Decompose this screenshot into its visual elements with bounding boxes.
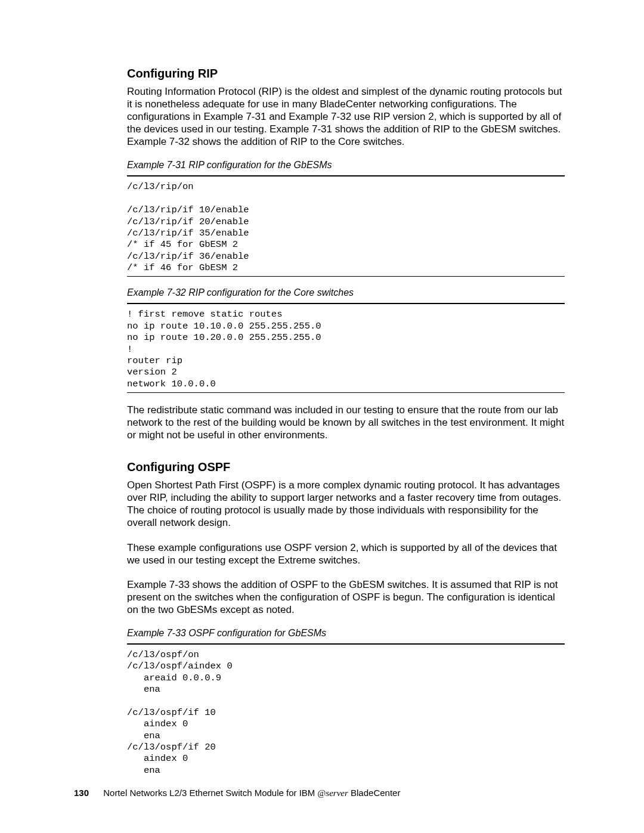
code-example-7-33: /c/l3/ospf/on /c/l3/ospf/aindex 0 areaid…: [127, 649, 565, 776]
eserver-word: server: [326, 788, 348, 798]
page-footer: 130 Nortel Networks L2/3 Ethernet Switch…: [74, 788, 400, 798]
paragraph-ospf-intro: Open Shortest Path First (OSPF) is a mor…: [127, 479, 565, 529]
caption-example-7-32: Example 7-32 RIP configuration for the C…: [127, 287, 565, 301]
paragraph-rip-intro: Routing Information Protocol (RIP) is th…: [127, 85, 565, 148]
eserver-at-icon: @: [318, 788, 326, 798]
paragraph-ospf-example-intro: Example 7-33 shows the addition of OSPF …: [127, 578, 565, 616]
page-content: Configuring RIP Routing Information Prot…: [0, 0, 644, 833]
divider-top-example-7-33: [127, 643, 565, 645]
code-example-7-32: ! first remove static routes no ip route…: [127, 309, 565, 390]
section-spacer: [127, 453, 565, 460]
caption-example-7-31: Example 7-31 RIP configuration for the G…: [127, 160, 565, 173]
divider-bottom-example-7-31: [127, 276, 565, 277]
paragraph-redistribute-note: The redistribute static command was incl…: [127, 404, 565, 441]
footer-title-suffix: BladeCenter: [348, 788, 401, 798]
footer-title-prefix: Nortel Networks L2/3 Ethernet Switch Mod…: [103, 788, 317, 798]
divider-bottom-example-7-32: [127, 392, 565, 393]
heading-configuring-rip: Configuring RIP: [127, 67, 565, 80]
caption-example-7-33: Example 7-33 OSPF configuration for GbES…: [127, 628, 565, 641]
divider-top-example-7-32: [127, 303, 565, 304]
page-number: 130: [74, 788, 89, 798]
divider-top-example-7-31: [127, 175, 565, 176]
code-example-7-31: /c/l3/rip/on /c/l3/rip/if 10/enable /c/l…: [127, 181, 565, 274]
eserver-logo: @server: [318, 788, 348, 798]
paragraph-ospf-version: These example configurations use OSPF ve…: [127, 541, 565, 566]
heading-configuring-ospf: Configuring OSPF: [127, 460, 565, 474]
